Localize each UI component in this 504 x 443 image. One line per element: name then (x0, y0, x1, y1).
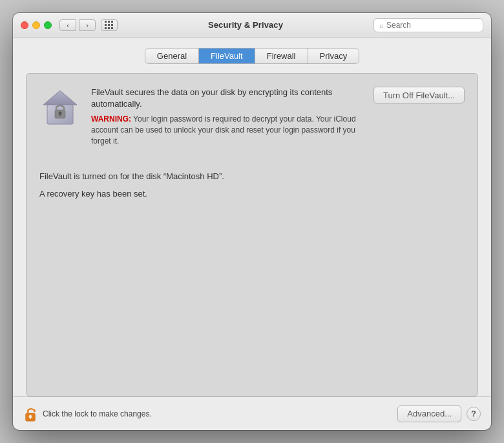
filevault-icon (39, 87, 81, 128)
tab-filevault[interactable]: FileVault (199, 49, 255, 63)
help-button[interactable]: ? (467, 407, 481, 421)
lock-label: Click the lock to make changes. (43, 409, 152, 418)
content-area: General FileVault Firewall Privacy (13, 38, 491, 396)
tab-container: General FileVault Firewall Privacy (145, 48, 359, 64)
tab-general[interactable]: General (145, 49, 199, 63)
warning-text: Your login password is required to decry… (91, 114, 356, 146)
tabs: General FileVault Firewall Privacy (26, 48, 478, 64)
warning-label: WARNING: (91, 114, 131, 124)
svg-marker-0 (43, 91, 77, 105)
recovery-key-status: A recovery key has been set. (39, 189, 465, 199)
grid-icon (105, 21, 114, 30)
search-input[interactable] (386, 21, 478, 30)
filevault-status: FileVault is turned on for the disk “Mac… (39, 170, 465, 184)
svg-rect-7 (30, 416, 31, 418)
window-title: Security & Privacy (118, 20, 373, 30)
tab-privacy[interactable]: Privacy (308, 49, 359, 63)
search-box[interactable]: ⌕ (373, 18, 483, 32)
lock-icon (23, 405, 37, 422)
traffic-lights (21, 21, 52, 29)
lock-button[interactable]: Click the lock to make changes. (23, 405, 152, 422)
close-button[interactable] (21, 21, 28, 29)
filevault-panel: FileVault secures the data on your disk … (26, 73, 478, 396)
filevault-info: FileVault secures the data on your disk … (91, 87, 363, 147)
main-window: ‹ › Security & Privacy ⌕ General FileVau… (13, 13, 491, 430)
maximize-button[interactable] (44, 21, 52, 29)
filevault-warning: WARNING: Your login password is required… (91, 114, 363, 146)
bottom-bar: Click the lock to make changes. Advanced… (13, 396, 491, 430)
back-button[interactable]: ‹ (59, 19, 76, 31)
svg-rect-4 (59, 113, 61, 116)
turn-off-filevault-button[interactable]: Turn Off FileVault... (373, 87, 465, 103)
filevault-description: FileVault secures the data on your disk … (91, 87, 363, 110)
forward-button[interactable]: › (79, 19, 96, 31)
minimize-button[interactable] (32, 21, 40, 29)
search-icon: ⌕ (379, 21, 384, 29)
filevault-header: FileVault secures the data on your disk … (39, 87, 465, 147)
nav-buttons: ‹ › (59, 19, 96, 31)
titlebar: ‹ › Security & Privacy ⌕ (13, 13, 491, 38)
grid-button[interactable] (101, 19, 118, 31)
tab-firewall[interactable]: Firewall (255, 49, 308, 63)
advanced-button[interactable]: Advanced... (397, 405, 461, 422)
